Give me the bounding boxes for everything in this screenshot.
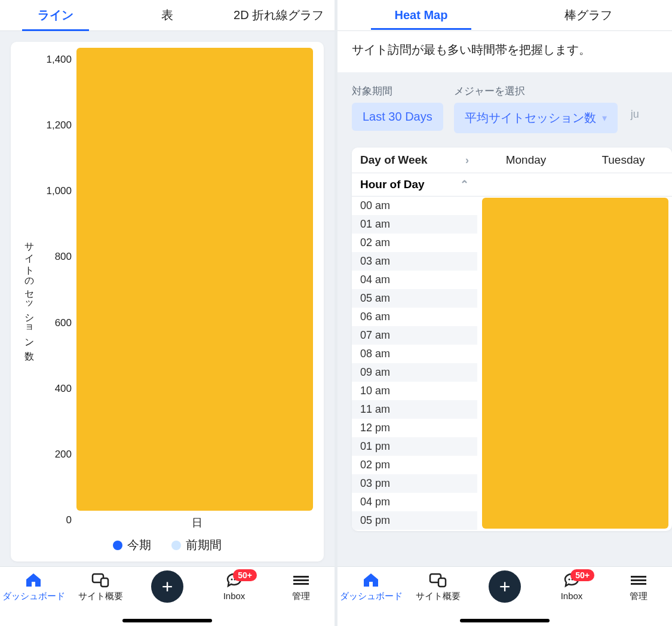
heatmap-subheader: Hour of Day ⌃: [352, 173, 672, 197]
inbox-badge: 50+: [233, 569, 257, 581]
tab-2d-line[interactable]: 2D 折れ線グラフ: [223, 0, 335, 30]
x-axis-label: 日: [76, 511, 318, 532]
nav-label: サイト概要: [78, 591, 123, 602]
plot-overlay: [76, 48, 313, 511]
tab-line[interactable]: ライン: [0, 0, 112, 30]
hours-column: 00 am 01 am 02 am 03 am 04 am 05 am 06 a…: [352, 197, 477, 531]
ytick: 800: [41, 251, 72, 263]
legend-item-current: 今期: [113, 537, 151, 553]
nav-dashboard[interactable]: ダッシュボード: [0, 572, 67, 602]
nav-add[interactable]: +: [134, 572, 201, 603]
tab-table[interactable]: 表: [112, 0, 223, 30]
tab-bar-chart[interactable]: 棒グラフ: [505, 0, 672, 30]
nav-label: サイト概要: [416, 591, 461, 602]
hour-row: 12 pm: [352, 419, 477, 437]
row-header-text: Hour of Day: [360, 178, 425, 191]
hour-row: 06 am: [352, 308, 477, 326]
home-indicator: [460, 619, 550, 622]
ylabel-col: サイトのセッション数: [17, 48, 41, 532]
nav-site-overview[interactable]: サイト概要: [404, 572, 471, 602]
devices-icon: [91, 572, 109, 588]
hour-row: 01 am: [352, 215, 477, 234]
hour-row: 04 pm: [352, 493, 477, 511]
ytick: 400: [41, 383, 72, 395]
hour-row: 08 am: [352, 345, 477, 363]
right-tabs: Heat Map 棒グラフ: [337, 0, 672, 31]
day-column-tuesday[interactable]: Tuesday: [575, 148, 672, 173]
controls-row: 対象期間 Last 30 Days メジャーを選択 平均サイトセッション数 ▾ …: [337, 72, 672, 139]
ytick: 600: [41, 317, 72, 329]
tab-heatmap[interactable]: Heat Map: [337, 1, 505, 29]
heatmap-subtitle: サイト訪問が最も多い時間帯を把握します。: [337, 31, 672, 72]
hour-row: 00 am: [352, 197, 477, 215]
right-screen: Heat Map 棒グラフ サイト訪問が最も多い時間帯を把握します。 対象期間 …: [337, 0, 672, 626]
hour-of-day-header[interactable]: Hour of Day ⌃: [352, 173, 477, 196]
nav-add[interactable]: +: [471, 572, 538, 603]
legend-dot-icon: [171, 541, 181, 550]
plot-column: 日: [76, 48, 318, 532]
home-indicator: [122, 619, 212, 622]
inbox-badge: 50+: [570, 569, 594, 581]
nav-dashboard[interactable]: ダッシュボード: [337, 572, 404, 602]
nav-inbox[interactable]: 50+ Inbox: [538, 572, 605, 601]
ytick: 1,400: [41, 54, 72, 66]
measure-label: メジャーを選択: [454, 84, 618, 98]
left-body: サイトのセッション数 1,400 1,200 1,000 800 600 400…: [0, 31, 335, 626]
nav-site-overview[interactable]: サイト概要: [67, 572, 134, 602]
left-screen: ライン 表 2D 折れ線グラフ サイトのセッション数 1,400 1,200 1…: [0, 0, 335, 626]
period-value: Last 30 Days: [363, 110, 432, 124]
hour-row: 02 pm: [352, 456, 477, 474]
period-label: 対象期間: [352, 84, 443, 98]
hour-row: 09 am: [352, 363, 477, 382]
measure-group: メジャーを選択 平均サイトセッション数 ▾: [454, 84, 618, 133]
right-body: 対象期間 Last 30 Days メジャーを選択 平均サイトセッション数 ▾ …: [337, 72, 672, 626]
legend-dot-icon: [113, 541, 122, 550]
hour-row: 04 am: [352, 271, 477, 289]
heatmap-header: Day of Week › Monday Tuesday: [352, 148, 672, 173]
svg-point-2: [231, 579, 233, 581]
svg-rect-6: [438, 578, 446, 587]
day-of-week-header[interactable]: Day of Week ›: [352, 148, 477, 173]
plus-icon: +: [151, 570, 183, 603]
nav-label: ダッシュボード: [340, 591, 403, 602]
devices-icon: [429, 572, 447, 588]
hamburger-icon: [292, 572, 310, 588]
period-group: 対象期間 Last 30 Days: [352, 84, 443, 133]
svg-point-7: [569, 579, 570, 581]
nav-label: ダッシュボード: [2, 591, 65, 602]
heatmap-overlay: [482, 198, 668, 529]
ytick: 200: [41, 449, 72, 461]
hour-row: 03 am: [352, 252, 477, 271]
legend-label: 前期間: [186, 537, 222, 553]
left-tabs: ライン 表 2D 折れ線グラフ: [0, 0, 335, 31]
nav-admin[interactable]: 管理: [605, 572, 672, 602]
hour-row: 05 am: [352, 289, 477, 308]
day-column-monday[interactable]: Monday: [477, 148, 575, 173]
ytick: 1,200: [41, 119, 72, 131]
hamburger-icon: [630, 572, 648, 588]
y-axis-ticks: 1,400 1,200 1,000 800 600 400 200 0: [41, 48, 76, 532]
y-axis-label: サイトのセッション数: [23, 235, 35, 345]
measure-select[interactable]: 平均サイトセッション数 ▾: [454, 103, 618, 133]
ytick: 1,000: [41, 185, 72, 197]
home-icon: [362, 572, 380, 588]
chart-legend: 今期 前期間: [17, 532, 318, 556]
nav-inbox[interactable]: 50+ Inbox: [201, 572, 268, 601]
chevron-down-icon: ▾: [602, 112, 607, 124]
chart-card: サイトのセッション数 1,400 1,200 1,000 800 600 400…: [11, 42, 324, 561]
hour-row: 05 pm: [352, 511, 477, 530]
chart-area: サイトのセッション数 1,400 1,200 1,000 800 600 400…: [17, 48, 318, 532]
hour-row: 01 pm: [352, 437, 477, 456]
chevron-up-icon: ⌃: [460, 178, 469, 191]
period-select[interactable]: Last 30 Days: [352, 103, 443, 131]
legend-label: 今期: [127, 537, 151, 553]
nav-admin[interactable]: 管理: [268, 572, 335, 602]
heatmap-card: Day of Week › Monday Tuesday Hour of Day…: [352, 148, 672, 531]
nav-label: 管理: [292, 591, 310, 602]
heatmap-body: 00 am 01 am 02 am 03 am 04 am 05 am 06 a…: [352, 197, 672, 531]
hour-row: 02 am: [352, 234, 477, 252]
hour-row: 10 am: [352, 382, 477, 400]
col-header-text: Day of Week: [360, 154, 428, 167]
legend-item-previous: 前期間: [171, 537, 222, 553]
plus-icon: +: [489, 570, 521, 603]
